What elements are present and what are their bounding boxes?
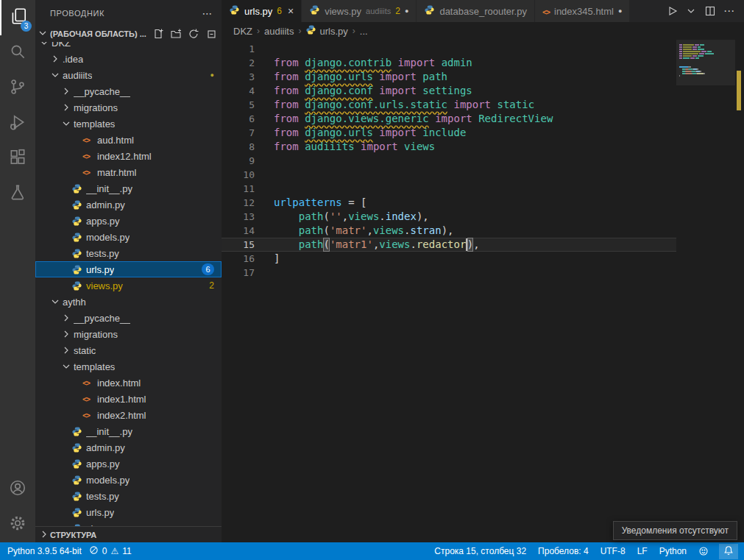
tree-item-urls.py[interactable]: urls.py [35, 504, 222, 520]
overview-ruler[interactable] [734, 40, 744, 542]
bell-icon [723, 545, 734, 558]
tree-item-templates[interactable]: templates [35, 116, 222, 132]
tree-item-index.html[interactable]: <>index.html [35, 375, 222, 391]
workspace-section-header[interactable]: (РАБОЧАЯ ОБЛАСТЬ) ... [35, 26, 222, 42]
code-line[interactable]: 10 [222, 168, 676, 182]
tree-item-apps.py[interactable]: apps.py [35, 213, 222, 229]
tree-item-models.py[interactable]: models.py [35, 229, 222, 245]
tree-item-tests.py[interactable]: tests.py [35, 245, 222, 261]
indentation[interactable]: Пробелов: 4 [536, 546, 590, 556]
run-button[interactable] [666, 5, 678, 17]
activity-source-control-button[interactable] [0, 71, 35, 106]
code-token [299, 84, 305, 98]
tab-database_roouter.py[interactable]: database_roouter.py [417, 0, 535, 22]
code-line[interactable]: 17 [222, 266, 676, 280]
code-line[interactable]: 1 [222, 42, 676, 56]
tree-item-models.py[interactable]: models.py [35, 472, 222, 488]
python-file-icon [71, 426, 85, 437]
tree-item-label: __pycache__ [74, 86, 130, 97]
eol-sequence[interactable]: LF [636, 546, 649, 556]
code-line[interactable]: 15 path('matr1',views.redactor), [222, 238, 676, 252]
tree-item-index1.html[interactable]: <>index1.html [35, 391, 222, 407]
tree-item-admin.py[interactable]: admin.py [35, 439, 222, 456]
code-line[interactable]: 3from django.urls import path [222, 70, 676, 84]
activity-search-button[interactable] [0, 35, 35, 71]
code-line[interactable]: 6from django.views.generic import Redire… [222, 112, 676, 126]
tree-item-migrations[interactable]: migrations [35, 326, 222, 342]
code-line[interactable]: 11 [222, 182, 676, 196]
encoding[interactable]: UTF-8 [599, 546, 627, 556]
code-line[interactable]: 5from django.conf.urls.static import sta… [222, 98, 676, 112]
activity-run-debug-button[interactable] [0, 106, 35, 141]
tree-item-aud.html[interactable]: <>aud.html [35, 132, 222, 148]
tree-item-audiiits[interactable]: audiiits● [35, 67, 222, 83]
code-line[interactable]: 16] [222, 252, 676, 266]
activity-testing-button[interactable] [0, 177, 35, 212]
tree-item-label: views.py [86, 280, 123, 291]
tree-item-__pycache__[interactable]: __pycache__ [35, 83, 222, 99]
breadcrumb-item-...[interactable]: ... [360, 26, 368, 37]
feedback-icon[interactable] [697, 546, 710, 556]
tree-item-aythh[interactable]: aythh [35, 294, 222, 310]
code-token [373, 126, 379, 140]
python-version[interactable]: Python 3.9.5 64-bit [6, 546, 83, 556]
activity-settings-button[interactable] [0, 507, 35, 542]
language-mode[interactable]: Python [658, 546, 688, 556]
minimap[interactable] [678, 42, 734, 79]
breadcrumb-item-dkz[interactable]: DKZ [233, 26, 252, 37]
tree-item-dkz[interactable]: DKZ [35, 42, 222, 51]
activity-extensions-button[interactable] [0, 141, 35, 177]
code-area[interactable]: 12from django.contrib import admin3from … [222, 42, 676, 280]
tab-views.py[interactable]: views.pyaudiiits2● [302, 0, 417, 22]
code-line[interactable]: 9 [222, 154, 676, 168]
breadcrumb-item-urls.py[interactable]: urls.py [305, 24, 347, 38]
tree-item-tests.py[interactable]: tests.py [35, 488, 222, 504]
new-folder-icon[interactable] [170, 28, 182, 40]
code-line[interactable]: 7from django.urls import include [222, 126, 676, 140]
code-token: django.views.generic [305, 112, 429, 126]
code-line[interactable]: 8from audiiits import views [222, 140, 676, 154]
cursor-position[interactable]: Строка 15, столбец 32 [433, 546, 528, 556]
tree-item-views.py[interactable]: views.py2 [35, 277, 222, 294]
tree-item-__init__.py[interactable]: __init__.py [35, 423, 222, 439]
code-line[interactable]: 2from django.contrib import admin [222, 56, 676, 70]
new-file-icon[interactable] [152, 28, 164, 40]
split-editor-icon[interactable] [704, 5, 716, 17]
code-line[interactable]: 12urlpatterns = [ [222, 196, 676, 210]
code-line[interactable]: 14 path('matr',views.stran), [222, 224, 676, 238]
tree-item-__init__.py[interactable]: __init__.py [35, 180, 222, 196]
dirty-indicator[interactable]: ● [405, 7, 408, 15]
tree-item-urls.py[interactable]: urls.py6 [35, 261, 222, 277]
activity-account-button[interactable] [0, 472, 35, 507]
problems-indicator[interactable]: 0 ⚠ 11 [88, 545, 133, 557]
tree-item-static[interactable]: static [35, 342, 222, 358]
tree-item-.idea[interactable]: .idea [35, 51, 222, 67]
close-icon[interactable]: × [288, 5, 294, 17]
tree-item-matr.html[interactable]: <>matr.html [35, 164, 222, 180]
run-dropdown-chevron-icon[interactable] [685, 5, 697, 17]
tree-item-apps.py[interactable]: apps.py [35, 456, 222, 472]
refresh-icon[interactable] [188, 28, 199, 40]
editor[interactable]: 12from django.contrib import admin3from … [222, 40, 744, 542]
tree-item-views.py[interactable]: views.py [35, 520, 222, 526]
tree-item-index12.html[interactable]: <>index12.html [35, 148, 222, 164]
tree-item-templates[interactable]: templates [35, 358, 222, 375]
more-actions-icon[interactable]: ⋯ [723, 4, 735, 18]
activity-explorer-button[interactable]: 3 [0, 0, 35, 35]
dirty-indicator[interactable]: ● [618, 7, 622, 15]
notifications-bell[interactable] [719, 544, 738, 559]
explorer-more-button[interactable]: ⋯ [202, 7, 213, 19]
code-line[interactable]: 4from django.conf import settings [222, 84, 676, 98]
collapse-all-icon[interactable] [205, 28, 217, 40]
tree-item-label: tests.py [86, 248, 119, 259]
code-line[interactable]: 13 path('',views.index), [222, 210, 676, 224]
tree-item-migrations[interactable]: migrations [35, 99, 222, 116]
tree-item-label: migrations [74, 102, 118, 113]
breadcrumb-item-audiiits[interactable]: audiiits [264, 26, 294, 37]
tree-item-__pycache__[interactable]: __pycache__ [35, 310, 222, 326]
tree-item-admin.py[interactable]: admin.py [35, 196, 222, 213]
tree-item-index2.html[interactable]: <>index2.html [35, 407, 222, 423]
tab-urls.py[interactable]: urls.py6× [222, 0, 302, 22]
tab-index345.html[interactable]: <>index345.html● [535, 0, 630, 22]
outline-section-header[interactable]: СТРУКТУРА [35, 526, 222, 542]
